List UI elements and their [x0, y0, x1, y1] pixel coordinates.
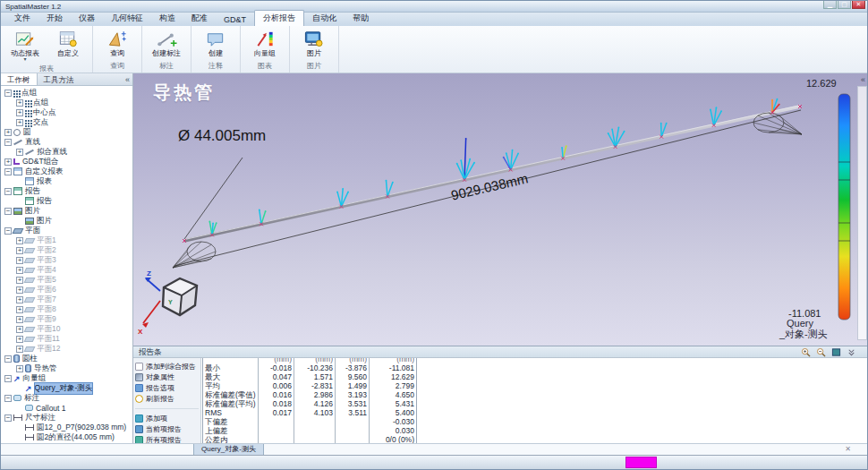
tree-expander-icon[interactable]: + [16, 336, 23, 343]
report-button-2[interactable]: 报告选项 [135, 382, 199, 393]
tree-item-3[interactable]: +交点 [1, 117, 132, 127]
tree-expander-icon[interactable]: + [16, 99, 23, 107]
tree-item-25[interactable]: +平面11 [1, 334, 132, 344]
tree-item-1[interactable]: +点组 [1, 98, 132, 107]
tree-item-9[interactable]: 报表 [1, 176, 132, 186]
menu-item-5[interactable]: 配准 [183, 11, 216, 26]
tree-item-2[interactable]: +中心点 [1, 107, 132, 117]
tree-item-28[interactable]: +导热管 [1, 363, 132, 373]
tree-expander-icon[interactable]: − [4, 355, 12, 363]
tree-item-7[interactable]: +GD&T组合 [1, 157, 132, 167]
fit-view-icon[interactable] [831, 347, 841, 357]
tree-expander-icon[interactable]: + [16, 296, 23, 303]
zoom-out-icon[interactable] [816, 347, 826, 357]
tree-item-21[interactable]: +平面7 [1, 295, 132, 304]
tree-item-17[interactable]: +平面3 [1, 255, 132, 265]
tree-expander-icon[interactable]: + [16, 326, 23, 333]
tree-expander-icon[interactable]: + [16, 365, 23, 372]
close-button[interactable]: ✕ [852, 1, 865, 9]
tree-expander-icon[interactable]: + [16, 267, 23, 274]
report-button-5[interactable]: 当前项报告 [135, 423, 199, 434]
tree-item-0[interactable]: −点组 [1, 88, 132, 98]
tree-item-6[interactable]: +拟合直线 [1, 147, 132, 157]
tree-item-27[interactable]: −圆柱 [1, 354, 132, 363]
ribbon-button-0-0[interactable]: 动态报表▾ [7, 28, 43, 63]
sidebar-tab-1[interactable]: 工具方法 [38, 73, 81, 85]
report-button-6[interactable]: 所有项报告 [135, 434, 199, 443]
tree-item-30[interactable]: Query_对象-测头 [1, 383, 132, 393]
tree-item-18[interactable]: +平面4 [1, 265, 132, 275]
viewport-collapse-icon[interactable]: « [861, 75, 865, 84]
tree-item-24[interactable]: +平面10 [1, 324, 132, 334]
heat-pipe[interactable] [184, 107, 800, 241]
tree-item-26[interactable]: +平面12 [1, 344, 132, 354]
tree-item-4[interactable]: +圆 [1, 127, 132, 137]
view-cube[interactable]: Z X Y [138, 269, 197, 336]
tree-expander-icon[interactable]: + [16, 247, 23, 254]
tree-expander-icon[interactable]: + [16, 119, 23, 126]
tree-item-12[interactable]: −图片 [1, 206, 132, 216]
tree-item-11[interactable]: 报告 [1, 196, 132, 206]
tree-expander-icon[interactable]: − [4, 168, 12, 175]
tree-expander-icon[interactable]: − [4, 375, 12, 382]
sidebar-collapse-icon[interactable]: « [125, 75, 130, 84]
tree-item-13[interactable]: 图片 [1, 216, 132, 226]
taskbar-item-highlighted[interactable] [625, 457, 657, 468]
tree-expander-icon[interactable]: + [16, 286, 23, 294]
menu-item-8[interactable]: 自动化 [304, 11, 345, 26]
tree-item-34[interactable]: 圆12_0_P7(9029.038 mm) [1, 423, 132, 432]
menu-item-2[interactable]: 仪器 [71, 11, 103, 26]
tree-item-10[interactable]: −报告 [1, 186, 132, 196]
ribbon-button-4-0[interactable]: 向量组 [247, 28, 283, 58]
tree-expander-icon[interactable]: − [4, 139, 12, 146]
menu-item-9[interactable]: 帮助 [345, 11, 377, 26]
tree-item-19[interactable]: +平面5 [1, 275, 132, 285]
tree-expander-icon[interactable]: + [4, 129, 12, 136]
maximize-button[interactable]: ▢ [838, 1, 851, 9]
collapse-panel-icon[interactable] [847, 347, 856, 357]
minimize-button[interactable]: ▁ [823, 1, 837, 9]
zoom-in-icon[interactable] [801, 347, 811, 357]
menu-item-6[interactable]: GD&T [216, 13, 254, 26]
menu-item-0[interactable]: 文件 [6, 11, 38, 26]
tree-expander-icon[interactable]: − [4, 227, 12, 235]
tree-item-16[interactable]: +平面2 [1, 245, 132, 255]
report-button-1[interactable]: 对象属性 [135, 372, 199, 382]
tree-item-35[interactable]: 圆2的直径(44.005 mm) [1, 432, 132, 442]
ribbon-button-0-1[interactable]: 自定义 [50, 28, 86, 58]
sidebar-tab-0[interactable]: 工作树 [1, 73, 38, 85]
menu-item-7[interactable]: 分析报告 [254, 10, 304, 26]
viewport-3d-scene[interactable]: Z X Y [133, 73, 868, 346]
ribbon-button-5-0[interactable]: 图片 [296, 28, 332, 58]
tree-item-31[interactable]: −标注 [1, 393, 132, 403]
tree-expander-icon[interactable]: + [16, 316, 23, 323]
menu-item-3[interactable]: 几何特征 [103, 11, 151, 26]
ribbon-button-2-0[interactable]: 创建标注 [149, 28, 184, 58]
tree-expander-icon[interactable]: + [16, 346, 23, 353]
report-button-0[interactable]: 添加到综合报告 [135, 361, 199, 372]
report-button-4[interactable]: 添加项 [135, 413, 199, 423]
tree-expander-icon[interactable]: + [16, 257, 23, 264]
tree-item-14[interactable]: −平面 [1, 226, 132, 235]
tree-item-22[interactable]: +平面8 [1, 304, 132, 314]
tree-expander-icon[interactable]: − [4, 395, 12, 402]
tree-item-32[interactable]: Callout 1 [1, 403, 132, 413]
tab-strip-close-icon[interactable]: ✕ [845, 445, 851, 453]
tree-expander-icon[interactable]: + [16, 306, 23, 313]
tree-item-29[interactable]: −向量组 [1, 373, 132, 383]
tree-expander-icon[interactable]: + [16, 149, 23, 156]
tree-item-20[interactable]: +平面6 [1, 285, 132, 295]
ribbon-button-1-0[interactable]: 查询 [99, 28, 135, 58]
report-button-3[interactable]: 刷新报告 [135, 393, 199, 404]
menu-item-1[interactable]: 开始 [38, 11, 71, 26]
tree-expander-icon[interactable]: + [4, 158, 12, 166]
tree-item-5[interactable]: −直线 [1, 137, 132, 147]
tree-expander-icon[interactable]: + [16, 109, 23, 116]
tree-expander-icon[interactable]: − [4, 188, 12, 195]
tree-expander-icon[interactable]: − [4, 414, 12, 422]
tree-item-15[interactable]: +平面1 [1, 235, 132, 245]
menu-item-4[interactable]: 构造 [151, 11, 183, 26]
tree-item-33[interactable]: −尺寸标注 [1, 413, 132, 423]
tree-expander-icon[interactable]: + [16, 237, 23, 244]
tree-expander-icon[interactable]: + [16, 277, 23, 284]
